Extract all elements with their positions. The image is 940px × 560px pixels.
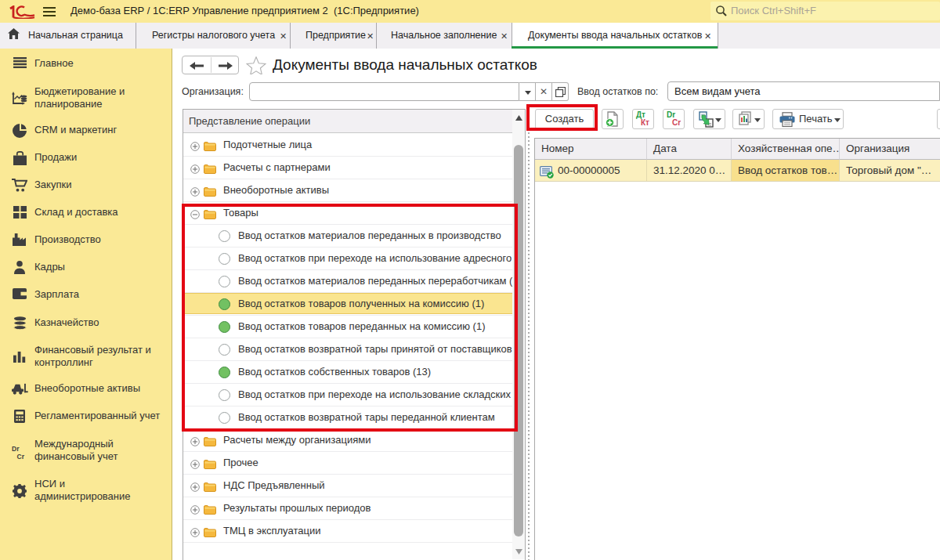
svg-text:Cr: Cr: [16, 453, 24, 461]
svg-text:Dr: Dr: [12, 445, 20, 453]
